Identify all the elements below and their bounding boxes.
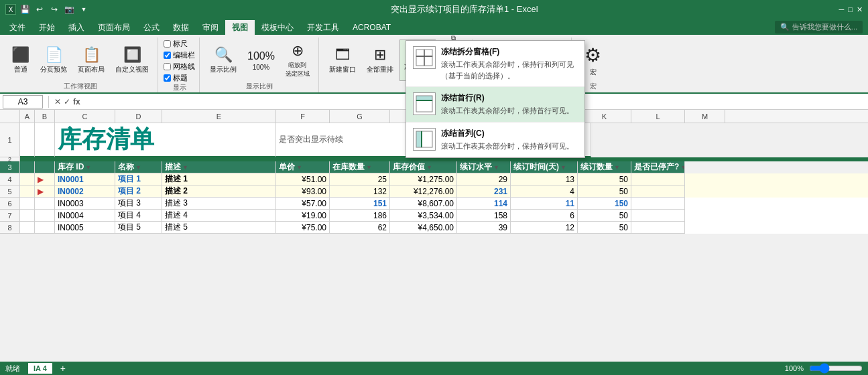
cell-i3[interactable]: 续订水平 ▼ — [457, 161, 511, 173]
cell-b6[interactable] — [35, 198, 55, 210]
cell-k8[interactable]: 50 — [578, 222, 631, 234]
cell-a8[interactable] — [20, 222, 35, 234]
tab-insert[interactable]: 插入 — [62, 20, 91, 35]
col-e-header[interactable]: E — [162, 110, 276, 123]
cell-j5[interactable]: 4 — [511, 185, 578, 198]
cell-h5[interactable]: ¥12,276.00 — [390, 185, 457, 198]
cell-a6[interactable] — [20, 198, 35, 210]
cell-reference[interactable] — [3, 95, 43, 108]
redo-quick-btn[interactable]: ↪ — [48, 3, 60, 15]
minimize-btn[interactable]: ─ — [839, 5, 845, 14]
tab-developer[interactable]: 开发工具 — [300, 20, 346, 35]
col-b-header[interactable]: B — [35, 110, 55, 123]
camera-quick-btn[interactable]: 📷 — [63, 3, 75, 15]
col-f-header[interactable]: F — [276, 110, 330, 123]
cell-k4[interactable]: 50 — [578, 173, 631, 185]
tab-file[interactable]: 文件 — [3, 20, 32, 35]
cell-c6[interactable]: IN0003 — [55, 198, 115, 210]
undo-quick-btn[interactable]: ↩ — [34, 3, 46, 15]
cell-e6[interactable]: 描述 3 — [162, 198, 276, 210]
cell-j4[interactable]: 13 — [511, 173, 578, 185]
cell-k7[interactable]: 50 — [578, 210, 631, 222]
tab-view[interactable]: 视图 — [225, 20, 255, 35]
cell-a3[interactable] — [20, 161, 35, 173]
cell-h8[interactable]: ¥4,650.00 — [390, 222, 457, 234]
col-k-header[interactable]: K — [578, 110, 631, 123]
cell-h4[interactable]: ¥1,275.00 — [390, 173, 457, 185]
tab-template[interactable]: 模板中心 — [255, 20, 300, 35]
cb-heading[interactable]: 标题 — [164, 73, 195, 83]
cell-d4[interactable]: 项目 1 — [115, 173, 162, 185]
btn-zoomselection[interactable]: ⊕ 缩放到选定区域 — [281, 40, 314, 81]
cell-h7[interactable]: ¥3,534.00 — [390, 210, 457, 222]
cell-g3[interactable]: 在库数量 ▼ — [330, 161, 390, 173]
cell-j7[interactable]: 6 — [511, 210, 578, 222]
cell-f3[interactable]: 单价 ▼ — [276, 161, 330, 173]
search-box[interactable]: 🔍 告诉我您要做什么... — [775, 21, 863, 33]
tab-data[interactable]: 数据 — [166, 20, 196, 35]
cell-c3[interactable]: 库存 ID ▼ — [55, 161, 115, 173]
cell-b3[interactable] — [35, 161, 55, 173]
insert-function-btn[interactable]: fx — [73, 97, 80, 106]
cell-i4[interactable]: 29 — [457, 173, 511, 185]
cell-l3[interactable]: 是否已停产? ▼ — [631, 161, 685, 173]
cell-i6[interactable]: 114 — [457, 198, 511, 210]
cell-c5[interactable]: IN0002 — [55, 185, 115, 198]
cell-l4[interactable] — [631, 173, 685, 185]
btn-newwindow[interactable]: 🗔 新建窗口 — [324, 40, 361, 81]
cell-h6[interactable]: ¥8,607.00 — [390, 198, 457, 210]
cell-e4[interactable]: 描述 1 — [162, 173, 276, 185]
cell-g7[interactable]: 186 — [330, 210, 390, 222]
cell-c1[interactable]: 库存清单 — [55, 123, 276, 157]
cell-j8[interactable]: 12 — [511, 222, 578, 234]
cell-h3[interactable]: 库存价值 ▼ — [390, 161, 457, 173]
cell-g5[interactable]: 132 — [330, 185, 390, 198]
cell-j3[interactable]: 续订时间(天) ▼ — [511, 161, 578, 173]
cell-l6[interactable] — [631, 198, 685, 210]
cell-d7[interactable]: 项目 4 — [115, 210, 162, 222]
cell-g4[interactable]: 25 — [330, 173, 390, 185]
freeze-option-split[interactable]: 冻结拆分窗格(F) 滚动工作表其余部分时，保持行和列可见（基于当前的选择）。 — [406, 41, 584, 87]
cell-l7[interactable] — [631, 210, 685, 222]
cell-l5[interactable] — [631, 185, 685, 198]
cell-f7[interactable]: ¥19.00 — [276, 210, 330, 222]
confirm-formula-btn[interactable]: ✓ — [64, 97, 70, 106]
cell-i8[interactable]: 39 — [457, 222, 511, 234]
tab-start[interactable]: 开始 — [32, 20, 62, 35]
cell-a7[interactable] — [20, 210, 35, 222]
cell-k5[interactable]: 50 — [578, 185, 631, 198]
cell-a5[interactable] — [20, 185, 35, 198]
cell-e3[interactable]: 描述 ▼ — [162, 161, 276, 173]
add-sheet-btn[interactable]: + — [60, 363, 66, 374]
cell-b4-flag[interactable]: ▶ — [35, 173, 55, 185]
cell-d5[interactable]: 项目 2 — [115, 185, 162, 198]
cancel-formula-btn[interactable]: ✕ — [54, 97, 61, 106]
cell-k6[interactable]: 150 — [578, 198, 631, 210]
tab-formula[interactable]: 公式 — [137, 20, 166, 35]
cell-l8[interactable] — [631, 222, 685, 234]
sheet-tab[interactable]: IA 4 — [28, 363, 52, 374]
cell-j6[interactable]: 11 — [511, 198, 578, 210]
cell-g8[interactable]: 62 — [330, 222, 390, 234]
col-a-header[interactable]: A — [20, 110, 35, 123]
btn-pagebreak[interactable]: 📄 分页预览 — [36, 40, 72, 81]
cb-editbar[interactable]: 编辑栏 — [164, 50, 195, 60]
cell-b8[interactable] — [35, 222, 55, 234]
freeze-option-firstcol[interactable]: 冻结首列(C) 滚动工作表其余部分时，保持首列可见。 — [406, 123, 584, 158]
down-arrow-quick[interactable]: ▼ — [78, 3, 90, 15]
col-g-header[interactable]: G — [330, 110, 390, 123]
cell-d6[interactable]: 项目 3 — [115, 198, 162, 210]
btn-arrangeall[interactable]: ⊞ 全部重排 — [362, 40, 398, 81]
cell-c4[interactable]: IN0001 — [55, 173, 115, 185]
cell-f8[interactable]: ¥75.00 — [276, 222, 330, 234]
cell-i5[interactable]: 231 — [457, 185, 511, 198]
col-d-header[interactable]: D — [115, 110, 162, 123]
cell-b1[interactable] — [35, 123, 55, 157]
cell-e5[interactable]: 描述 2 — [162, 185, 276, 198]
cell-e7[interactable]: 描述 4 — [162, 210, 276, 222]
col-c-header[interactable]: C — [55, 110, 115, 123]
tab-review[interactable]: 审阅 — [196, 20, 225, 35]
cell-k3[interactable]: 续订数量 ▼ — [578, 161, 631, 173]
cell-f5[interactable]: ¥93.00 — [276, 185, 330, 198]
btn-pagelayout[interactable]: 📋 页面布局 — [73, 40, 109, 81]
